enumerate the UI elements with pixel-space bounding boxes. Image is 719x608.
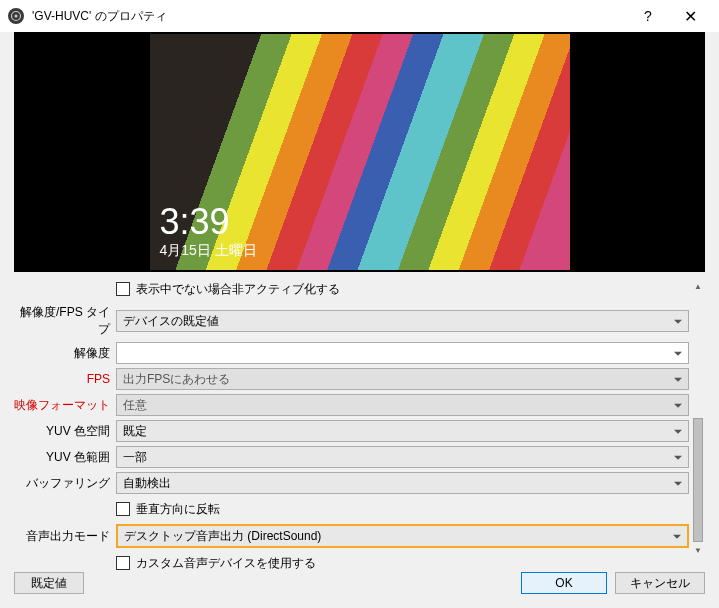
form-scroll-area: 表示中でない場合非アクティブ化する 解像度/FPS タイプ デバイスの既定値 解… (14, 278, 705, 558)
defaults-button[interactable]: 既定値 (14, 572, 84, 594)
deactive-checkbox[interactable] (116, 282, 130, 296)
video-format-select[interactable]: 任意 (116, 394, 689, 416)
svg-point-1 (15, 15, 18, 18)
preview-date: 4月15日 土曜日 (160, 242, 257, 260)
titlebar: 'GV-HUVC' のプロパティ ? ✕ (0, 0, 719, 32)
scroll-up-icon[interactable]: ▲ (691, 278, 705, 294)
preview-image: 3:39 4月15日 土曜日 (150, 34, 570, 270)
audio-mode-label: 音声出力モード (14, 528, 116, 545)
ok-button[interactable]: OK (521, 572, 607, 594)
custom-audio-checkbox[interactable] (116, 556, 130, 570)
scroll-track[interactable] (691, 294, 705, 542)
yuv-space-select[interactable]: 既定 (116, 420, 689, 442)
yuv-space-label: YUV 色空間 (14, 423, 116, 440)
resolution-type-label: 解像度/FPS タイプ (14, 304, 116, 338)
preview-clock: 3:39 4月15日 土曜日 (160, 204, 257, 260)
yuv-range-select[interactable]: 一部 (116, 446, 689, 468)
preview-area: 3:39 4月15日 土曜日 (14, 32, 705, 272)
close-icon[interactable]: ✕ (669, 0, 711, 32)
video-format-label: 映像フォーマット (14, 397, 116, 414)
yuv-range-label: YUV 色範囲 (14, 449, 116, 466)
scrollbar[interactable]: ▲ ▼ (691, 278, 705, 558)
deactive-label: 表示中でない場合非アクティブ化する (136, 281, 340, 298)
flip-vert-checkbox[interactable] (116, 502, 130, 516)
buffering-label: バッファリング (14, 475, 116, 492)
content-area: 3:39 4月15日 土曜日 表示中でない場合非アクティブ化する 解像度/FPS… (0, 32, 719, 608)
fps-label: FPS (14, 372, 116, 386)
resolution-select[interactable] (116, 342, 689, 364)
resolution-type-select[interactable]: デバイスの既定値 (116, 310, 689, 332)
scroll-down-icon[interactable]: ▼ (691, 542, 705, 558)
button-bar: 既定値 OK キャンセル (14, 572, 705, 594)
fps-select[interactable]: 出力FPSにあわせる (116, 368, 689, 390)
buffering-select[interactable]: 自動検出 (116, 472, 689, 494)
audio-mode-select[interactable]: デスクトップ音声出力 (DirectSound) (116, 524, 689, 548)
help-icon[interactable]: ? (627, 0, 669, 32)
cancel-button[interactable]: キャンセル (615, 572, 705, 594)
window-title: 'GV-HUVC' のプロパティ (32, 8, 627, 25)
flip-vert-label: 垂直方向に反転 (136, 501, 220, 518)
app-icon (8, 8, 24, 24)
preview-time: 3:39 (160, 204, 257, 240)
scroll-thumb[interactable] (693, 418, 703, 542)
resolution-label: 解像度 (14, 345, 116, 362)
custom-audio-label: カスタム音声デバイスを使用する (136, 555, 316, 572)
